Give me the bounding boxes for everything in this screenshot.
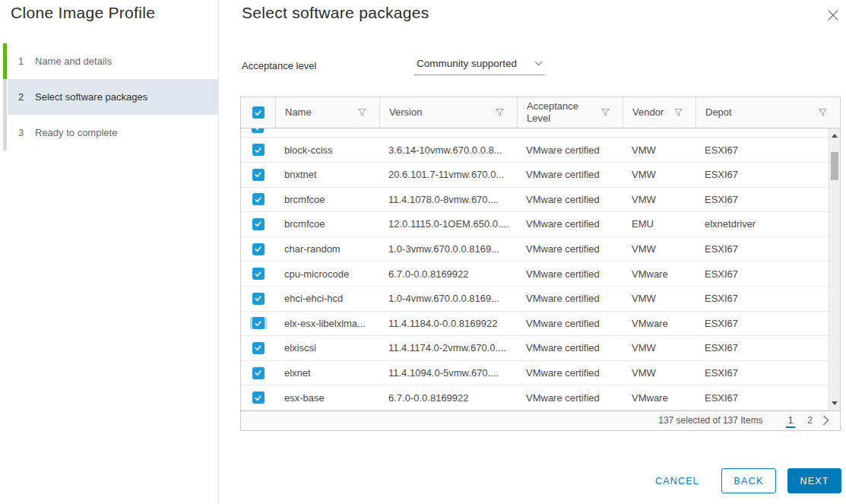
next-page-icon[interactable] [822, 415, 829, 426]
table-scrollbar[interactable] [829, 128, 840, 410]
acceptance-level-cell: VMware certified [517, 218, 623, 230]
version-cell: 6.7.0-0.0.8169922 [379, 392, 517, 404]
name-cell: esx-base [275, 392, 379, 404]
scrollbar-thumb[interactable] [831, 152, 838, 180]
column-header-depot[interactable]: Depot [695, 97, 840, 128]
page-title: Select software packages [242, 4, 429, 22]
table-row[interactable]: char-random 1.0-3vmw.670.0.0.8169... VMw… [241, 237, 829, 262]
name-cell: brcmfcoe [275, 218, 379, 230]
column-header-vendor[interactable]: Vendor [623, 97, 695, 128]
row-checkbox-cell [241, 293, 275, 305]
depot-cell: ESXI67 [695, 144, 829, 156]
table-row[interactable]: cpu-microcode 6.7.0-0.0.8169922 VMware c… [241, 262, 829, 287]
name-cell: elxnet [275, 367, 379, 379]
depot-cell: ESXI67 [695, 268, 829, 280]
name-cell: elxiscsi [275, 342, 379, 353]
table-row[interactable]: elx-esx-libelxima... 11.4.1184.0-0.0.816… [241, 312, 829, 337]
row-checkbox[interactable] [252, 268, 265, 280]
table-row[interactable]: block-cciss 3.6.14-10vmw.670.0.0.8... VM… [241, 138, 829, 163]
scroll-up-icon[interactable] [829, 130, 840, 141]
row-checkbox[interactable] [252, 128, 264, 133]
name-cell: bnxtnet [275, 169, 379, 180]
row-checkbox[interactable] [252, 218, 265, 230]
step-label: Name and details [35, 55, 112, 67]
chevron-down-icon [534, 61, 543, 66]
column-header-label: Version [389, 106, 422, 119]
partially-scrolled-row[interactable] [241, 128, 829, 138]
row-checkbox[interactable] [252, 144, 265, 156]
depot-cell: ESXI67 [695, 318, 829, 329]
column-header-label: Vendor [632, 106, 664, 119]
acceptance-level-cell: VMware certified [517, 318, 623, 329]
wizard-steps: 1 Name and details 2 Select software pac… [8, 43, 218, 151]
filter-icon[interactable] [674, 109, 683, 116]
vendor-cell: VMW [623, 367, 695, 379]
acceptance-level-cell: VMware certified [517, 293, 623, 304]
table-row[interactable]: ehci-ehci-hcd 1.0-4vmw.670.0.0.8169... V… [241, 287, 829, 312]
filter-icon[interactable] [496, 109, 504, 116]
table-row[interactable]: esx-base 6.7.0-0.0.8169922 VMware certif… [241, 385, 829, 410]
column-header-acceptance-level[interactable]: Acceptance Level [517, 97, 623, 128]
table-row[interactable]: brcmfcoe 12.0.1115.0-1OEM.650.0.... VMwa… [241, 212, 829, 237]
row-checkbox-cell [241, 169, 275, 181]
row-checkbox[interactable] [252, 293, 265, 305]
row-checkbox[interactable] [252, 391, 265, 404]
wizard-step-1[interactable]: 1 Name and details [8, 43, 218, 79]
back-button[interactable]: BACK [721, 468, 776, 493]
row-checkbox[interactable] [252, 243, 265, 255]
select-all-checkbox[interactable] [252, 106, 265, 119]
version-cell: 11.4.1094.0-5vmw.670.... [379, 367, 517, 379]
step-label: Ready to complete [35, 127, 117, 138]
row-checkbox-cell [241, 218, 275, 230]
row-checkbox[interactable] [252, 342, 265, 354]
filter-icon[interactable] [819, 109, 827, 116]
acceptance-level-cell: VMware certified [517, 243, 623, 255]
column-header-label: Acceptance Level [527, 100, 592, 124]
vendor-cell: VMware [623, 268, 695, 280]
filter-icon[interactable] [358, 109, 366, 116]
page-number-2[interactable]: 2 [805, 414, 815, 428]
row-checkbox[interactable] [252, 317, 265, 329]
step-number: 2 [18, 91, 35, 103]
table-row[interactable]: elxiscsi 11.4.1174.0-2vmw.670.0.... VMwa… [241, 336, 829, 361]
vendor-cell: VMW [623, 342, 695, 353]
depot-cell: ESXI67 [695, 243, 829, 255]
step-number: 3 [18, 127, 35, 138]
column-header-label: Depot [705, 106, 732, 119]
wizard-step-3[interactable]: 3 Ready to complete [8, 115, 218, 151]
row-checkbox[interactable] [252, 193, 265, 205]
filter-icon[interactable] [601, 109, 610, 116]
close-icon[interactable] [825, 7, 841, 24]
scroll-down-icon[interactable] [829, 398, 840, 409]
acceptance-level-cell: VMware certified [517, 268, 623, 280]
version-cell: 1.0-4vmw.670.0.0.8169... [379, 293, 517, 304]
table-row[interactable]: bnxtnet 20.6.101.7-11vmw.670.0... VMware… [241, 163, 829, 188]
acceptance-level-cell: VMware certified [517, 392, 623, 404]
table-row[interactable]: elxnet 11.4.1094.0-5vmw.670.... VMware c… [241, 361, 829, 386]
name-cell: elx-esx-libelxima... [275, 318, 379, 329]
column-header-name[interactable]: Name [275, 97, 379, 128]
acceptance-level-label: Acceptance level [242, 60, 316, 71]
step-rail-completed [3, 43, 7, 79]
cancel-button[interactable]: CANCEL [652, 471, 702, 491]
row-checkbox-cell [241, 144, 275, 156]
version-cell: 11.4.1174.0-2vmw.670.0.... [379, 342, 517, 353]
acceptance-level-value: Community supported [417, 58, 517, 69]
row-checkbox[interactable] [252, 367, 265, 379]
page-number-1[interactable]: 1 [786, 414, 796, 428]
dialog-title: Clone Image Profile [11, 4, 155, 22]
wizard-step-2[interactable]: 2 Select software packages [8, 79, 218, 115]
version-cell: 3.6.14-10vmw.670.0.0.8... [379, 144, 517, 156]
table-body: block-cciss 3.6.14-10vmw.670.0.0.8... VM… [241, 128, 829, 410]
column-header-label: Name [285, 106, 312, 119]
table-row[interactable]: brcmfcoe 11.4.1078.0-8vmw.670.... VMware… [241, 188, 829, 213]
acceptance-level-cell: VMware certified [517, 367, 623, 379]
acceptance-level-select[interactable]: Community supported [414, 56, 545, 75]
select-all-cell [241, 97, 275, 128]
acceptance-level-cell: VMware certified [517, 144, 623, 156]
row-checkbox-cell [241, 317, 275, 329]
row-checkbox[interactable] [252, 169, 265, 181]
version-cell: 20.6.101.7-11vmw.670.0... [379, 169, 517, 180]
next-button[interactable]: NEXT [787, 468, 841, 493]
column-header-version[interactable]: Version [379, 97, 517, 128]
